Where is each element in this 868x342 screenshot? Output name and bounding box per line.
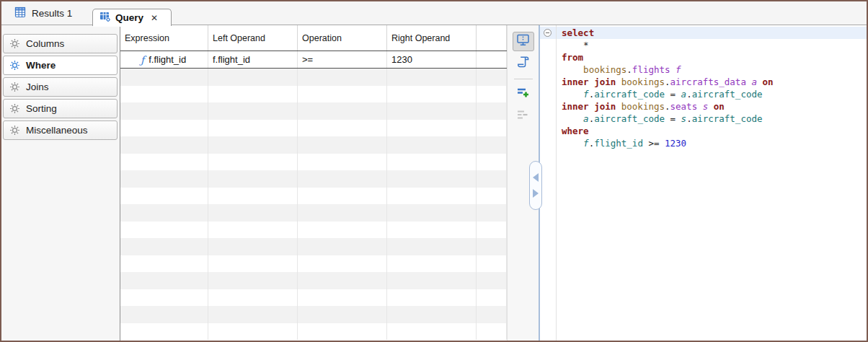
empty-cell <box>477 204 507 222</box>
close-icon[interactable]: ✕ <box>151 13 158 23</box>
grid-header-row: ExpressionLeft OperandOperationRight Ope… <box>120 25 507 51</box>
monitor-preview-icon <box>516 33 530 50</box>
empty-cell <box>120 69 208 86</box>
query-builder-sidebar: ColumnsWhereJoinsSortingMiscellaneous <box>1 25 120 341</box>
empty-cell <box>208 188 298 205</box>
empty-cell <box>477 238 507 255</box>
empty-cell <box>387 222 477 239</box>
splitter-collapse-control[interactable] <box>529 161 542 210</box>
empty-cell <box>387 170 477 188</box>
empty-cell <box>120 154 208 171</box>
empty-row <box>120 306 507 323</box>
tab-results[interactable]: Results 1 <box>7 1 79 25</box>
empty-cell <box>120 136 208 154</box>
empty-cell <box>477 289 507 307</box>
sql-code: select *from bookings.flights finner joi… <box>557 27 867 149</box>
empty-cell <box>477 154 507 171</box>
empty-cell <box>120 222 208 239</box>
empty-cell <box>208 136 298 154</box>
cell-operation[interactable]: >= <box>298 51 387 68</box>
empty-row <box>120 102 507 120</box>
empty-row <box>120 289 507 307</box>
column-header-left-operand[interactable]: Left Operand <box>208 25 298 51</box>
sql-line: a.aircraft_code = s.aircraft_code <box>562 113 867 125</box>
cell-value: f.flight_id <box>149 54 186 65</box>
empty-cell <box>298 154 387 171</box>
empty-cell <box>208 120 298 137</box>
empty-cell <box>477 306 507 323</box>
sql-line: f.flight_id >= 1230 <box>562 137 867 149</box>
sql-line: f.aircraft_code = a.aircraft_code <box>562 88 867 100</box>
empty-cell <box>387 272 477 289</box>
empty-cell <box>477 188 507 205</box>
sidebar-item-columns[interactable]: Columns <box>3 34 118 53</box>
add-expression-button[interactable] <box>513 84 534 104</box>
open-sql-script-button[interactable] <box>513 53 534 73</box>
condition-row[interactable]: ƒf.flight_idf.flight_id>=1230 <box>120 51 507 69</box>
empty-grid-rows <box>120 69 507 340</box>
toggle-preview-panel-button[interactable] <box>513 32 534 51</box>
cell-value: f.flight_id <box>213 54 250 65</box>
sql-line: from <box>562 51 867 63</box>
empty-cell <box>298 188 387 205</box>
empty-cell <box>387 154 477 171</box>
empty-cell <box>477 323 507 341</box>
cell-right-operand[interactable]: 1230 <box>387 51 477 68</box>
sidebar-item-label: Sorting <box>26 103 57 114</box>
empty-row <box>120 323 507 341</box>
sidebar-item-joins[interactable]: Joins <box>3 77 118 97</box>
empty-cell <box>298 323 387 341</box>
main-area: ColumnsWhereJoinsSortingMiscellaneous Ex… <box>1 25 867 341</box>
editor-tab-bar: Results 1 Query ✕ <box>1 1 867 25</box>
collapse-minus-icon[interactable] <box>544 29 552 37</box>
tab-query-label: Query <box>115 12 143 23</box>
tab-query[interactable]: Query ✕ <box>92 9 172 26</box>
empty-cell <box>120 188 208 205</box>
sidebar-item-miscellaneous[interactable]: Miscellaneous <box>3 120 118 140</box>
column-header-extra[interactable] <box>477 25 507 51</box>
cell-value: >= <box>302 54 313 65</box>
empty-cell <box>477 69 507 86</box>
empty-cell <box>120 306 208 323</box>
sql-line: select <box>562 27 867 39</box>
column-header-operation[interactable]: Operation <box>298 25 387 51</box>
empty-cell <box>298 136 387 154</box>
cell-left-operand[interactable]: f.flight_id <box>208 51 298 68</box>
collapse-right-arrow-icon[interactable] <box>533 189 539 198</box>
empty-cell <box>120 323 208 341</box>
sql-preview-editor[interactable]: select *from bookings.flights finner joi… <box>540 25 867 341</box>
empty-cell <box>208 86 298 103</box>
function-icon: ƒ <box>141 55 144 65</box>
empty-cell <box>387 86 477 103</box>
empty-row <box>120 69 507 86</box>
empty-row <box>120 170 507 188</box>
empty-cell <box>477 102 507 120</box>
cell-expression[interactable]: ƒf.flight_id <box>120 51 208 68</box>
empty-cell <box>120 255 208 273</box>
empty-row <box>120 255 507 273</box>
cell-value: 1230 <box>391 54 412 65</box>
sidebar-item-sorting[interactable]: Sorting <box>3 99 118 118</box>
cell-extra[interactable] <box>477 51 507 68</box>
column-header-expression[interactable]: Expression <box>120 25 208 51</box>
empty-cell <box>208 102 298 120</box>
column-header-right-operand[interactable]: Right Operand <box>387 25 477 51</box>
empty-row <box>120 204 507 222</box>
empty-cell <box>120 102 208 120</box>
where-conditions-grid[interactable]: ExpressionLeft OperandOperationRight Ope… <box>120 25 507 341</box>
empty-row <box>120 188 507 205</box>
results-grid-icon <box>14 6 26 20</box>
sidebar-item-label: Miscellaneous <box>26 125 88 136</box>
empty-cell <box>120 238 208 255</box>
sidebar-item-where[interactable]: Where <box>3 56 118 75</box>
empty-cell <box>208 204 298 222</box>
empty-cell <box>477 272 507 289</box>
empty-row <box>120 154 507 171</box>
sql-line: bookings.flights f <box>562 63 867 76</box>
remove-expression-button[interactable] <box>513 106 534 126</box>
empty-cell <box>298 69 387 86</box>
collapse-left-arrow-icon[interactable] <box>533 173 539 182</box>
remove-row-minus-icon <box>516 108 530 124</box>
empty-cell <box>120 170 208 188</box>
empty-row <box>120 238 507 255</box>
